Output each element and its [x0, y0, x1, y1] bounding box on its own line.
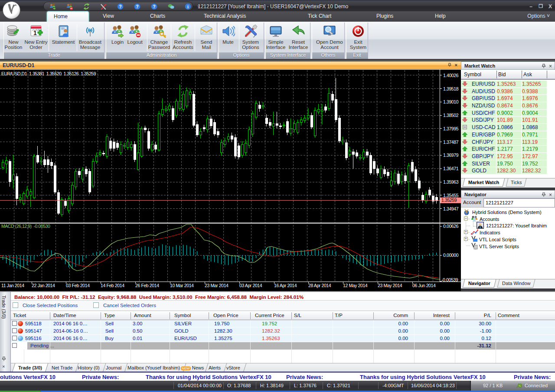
- svg-text:11 Jan 2014: 11 Jan 2014: [1, 283, 24, 288]
- svg-text:EUR/USD,D1 1.35381 1.35520: EUR/USD,D1 1.35381 1.35520 1.35126 1.352…: [1, 71, 96, 76]
- svg-text:0.00000: 0.00000: [443, 253, 459, 258]
- svg-text:i: i: [187, 4, 189, 9]
- svg-text:06 Jun 2014: 06 Jun 2014: [412, 283, 436, 288]
- svg-text:1.35259: 1.35259: [441, 198, 457, 203]
- svg-text:1.36471: 1.36471: [443, 166, 459, 171]
- svg-text:23 May 2014: 23 May 2014: [378, 283, 402, 288]
- svg-text:23 Mar 2014: 23 Mar 2014: [205, 283, 229, 288]
- svg-text:1.34947: 1.34947: [443, 206, 459, 211]
- svg-text:12 May 2014: 12 May 2014: [343, 283, 368, 288]
- svg-text:1.35963: 1.35963: [443, 179, 459, 185]
- svg-text:1: 1: [33, 29, 37, 36]
- svg-text:26 Feb 2014: 26 Feb 2014: [135, 283, 159, 288]
- svg-text:?: ?: [119, 4, 121, 9]
- svg-text:1.36979: 1.36979: [443, 152, 459, 158]
- svg-text:03 Apr 2014: 03 Apr 2014: [239, 283, 262, 288]
- svg-text:1.39010: 1.39010: [443, 99, 459, 104]
- svg-text:0.00626: 0.00626: [443, 224, 459, 229]
- svg-text:-0.00539: -0.00539: [441, 277, 458, 282]
- svg-text:?: ?: [153, 4, 155, 9]
- svg-text:MACD (26,12,9) -0.00530: MACD (26,12,9) -0.00530: [1, 224, 50, 229]
- svg-text:1.39518: 1.39518: [443, 86, 459, 91]
- svg-text:14 Feb 2014: 14 Feb 2014: [101, 283, 124, 288]
- svg-text:1.35455: 1.35455: [443, 193, 459, 198]
- svg-text:28 Apr 2014: 28 Apr 2014: [308, 283, 331, 288]
- svg-text:16 Apr 2014: 16 Apr 2014: [274, 283, 297, 288]
- svg-text:10 Mar 2014: 10 Mar 2014: [170, 283, 194, 288]
- svg-text:1.38502: 1.38502: [443, 113, 459, 118]
- svg-text:1.40026: 1.40026: [443, 73, 459, 78]
- svg-text:1.37995: 1.37995: [443, 126, 459, 131]
- svg-text:?: ?: [136, 4, 138, 9]
- svg-text:03 Feb 2014: 03 Feb 2014: [66, 283, 90, 288]
- svg-text:1.37487: 1.37487: [443, 139, 459, 145]
- svg-text:22 Jan 2014: 22 Jan 2014: [32, 283, 55, 288]
